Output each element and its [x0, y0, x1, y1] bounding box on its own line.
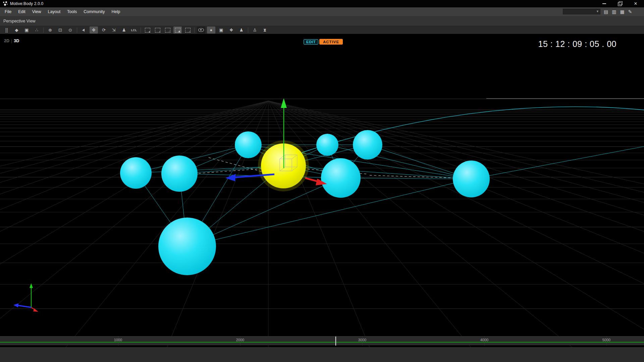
marker-sphere[interactable]: [321, 158, 361, 198]
marker-set-icon[interactable]: ∴: [33, 26, 41, 34]
layout-grid-icon[interactable]: ⣿: [2, 26, 11, 34]
marker-sphere[interactable]: [316, 134, 338, 156]
edit-pane-icon[interactable]: ✎: [628, 9, 632, 15]
marker-sphere[interactable]: [158, 218, 216, 275]
toolbar-separator: [77, 27, 77, 33]
title-bar: Motive:Body 2.0.0 ×: [0, 0, 644, 7]
toolbar-separator: [248, 27, 248, 33]
timeline-ruler[interactable]: 10002000300040005000: [0, 336, 644, 345]
mode-divider: |: [9, 39, 14, 43]
zoom-fit-icon[interactable]: ⊕: [46, 26, 54, 34]
timeline-tick-label: 5000: [599, 338, 614, 342]
show-cameras-icon[interactable]: ▣: [217, 26, 225, 34]
data-pane-icon[interactable]: ▤: [604, 9, 608, 15]
viewport-3d[interactable]: [0, 0, 644, 362]
toolbar-separator: [43, 27, 44, 33]
header-panel-toggles: ▤▥▦✎: [604, 8, 632, 15]
show-rigidbodies-icon[interactable]: ❖: [227, 26, 235, 34]
marker-sphere[interactable]: [235, 131, 262, 158]
chevron-down-icon: ▼: [596, 10, 599, 13]
menu-layout[interactable]: Layout: [45, 7, 64, 16]
camera-view-icon[interactable]: ▣: [22, 26, 31, 34]
avatar-style-icon[interactable]: ♙: [251, 26, 259, 34]
select-cameras-box-icon[interactable]: ▪: [153, 26, 162, 34]
timeline-playhead[interactable]: [335, 337, 336, 346]
camera-pane-icon[interactable]: ▦: [620, 9, 624, 15]
zoom-selected-icon[interactable]: ⊡: [56, 26, 64, 34]
toolbar-separator: [141, 27, 141, 33]
show-skeletons-icon[interactable]: ♟: [237, 26, 246, 34]
timeline-tick-label: 2000: [233, 338, 248, 342]
motive-logo-icon: [3, 1, 9, 6]
menu-file[interactable]: File: [1, 7, 15, 16]
mode-3d-button[interactable]: 3D: [14, 39, 19, 43]
zoom-all-icon[interactable]: ⊙: [66, 26, 74, 34]
pane-tab-bar: Perspective View: [0, 16, 644, 26]
marker-sphere[interactable]: [453, 161, 490, 197]
menu-edit[interactable]: Edit: [15, 7, 29, 16]
toolbar-separator: [194, 27, 195, 33]
show-markers-icon[interactable]: ●: [207, 26, 215, 34]
mode-2d-button[interactable]: 2D: [4, 39, 9, 43]
timeline-tick-label: 3000: [355, 338, 370, 342]
menu-tools[interactable]: Tools: [64, 7, 80, 16]
marker-sphere[interactable]: [161, 156, 198, 192]
track-skeleton-icon[interactable]: ♟: [120, 26, 128, 34]
scale-tool-icon[interactable]: ⇲: [110, 26, 118, 34]
translate-tool-icon[interactable]: ✥: [90, 26, 98, 34]
transport-bar: LIVE EDIT Take Name: 52 Rigid Bodies ◀◀ …: [0, 347, 644, 362]
timeline-tick-label: 1000: [111, 338, 125, 342]
menu-view[interactable]: View: [29, 7, 45, 16]
select-other-box-icon[interactable]: ○: [183, 26, 192, 34]
visibility-eye-icon[interactable]: [197, 26, 205, 34]
timeline-range-line: [0, 342, 644, 343]
menu-community[interactable]: Community: [80, 7, 108, 16]
select-rigidbodies-box-icon[interactable]: ∴: [163, 26, 172, 34]
marker-sphere[interactable]: [353, 130, 382, 160]
view-mode-toggle: 2D|3D: [4, 39, 19, 43]
restore-button[interactable]: [614, 0, 626, 7]
edit-mode-badge[interactable]: EDIT: [304, 39, 318, 45]
menu-help[interactable]: Help: [108, 7, 124, 16]
header-combobox[interactable]: ▼: [563, 9, 600, 14]
marker-sphere[interactable]: [120, 157, 152, 189]
window-title: Motive:Body 2.0.0: [10, 1, 43, 6]
select-tool-icon[interactable]: ➤: [79, 26, 88, 34]
rotate-tool-icon[interactable]: ⟳: [100, 26, 108, 34]
assets-cube-icon[interactable]: ◆: [12, 26, 21, 34]
select-skeletons-box-icon[interactable]: ♟: [173, 26, 182, 34]
menu-bar: FileEditViewLayoutToolsCommunityHelp: [0, 7, 644, 16]
local-coords-toggle[interactable]: LCL: [130, 26, 138, 34]
skeleton-style-icon[interactable]: ⧗: [261, 26, 269, 34]
minimize-button[interactable]: [598, 0, 610, 7]
viewport-toolbar: ⣿◆▣∴⊕⊡⊙➤✥⟳⇲♟LCL●▪∴♟○●▣❖♟♙⧗: [0, 26, 644, 34]
timeline-tick-label: 4000: [477, 338, 492, 342]
active-status-badge[interactable]: ACTIVE: [319, 39, 343, 45]
skeleton-pane-icon[interactable]: ▥: [612, 9, 616, 15]
select-markers-box-icon[interactable]: ●: [143, 26, 152, 34]
tab-perspective-view[interactable]: Perspective View: [0, 19, 36, 23]
viewport-timestamp: 15 : 12 : 09 : 05 . 00: [538, 39, 616, 49]
close-button[interactable]: ×: [630, 0, 641, 7]
